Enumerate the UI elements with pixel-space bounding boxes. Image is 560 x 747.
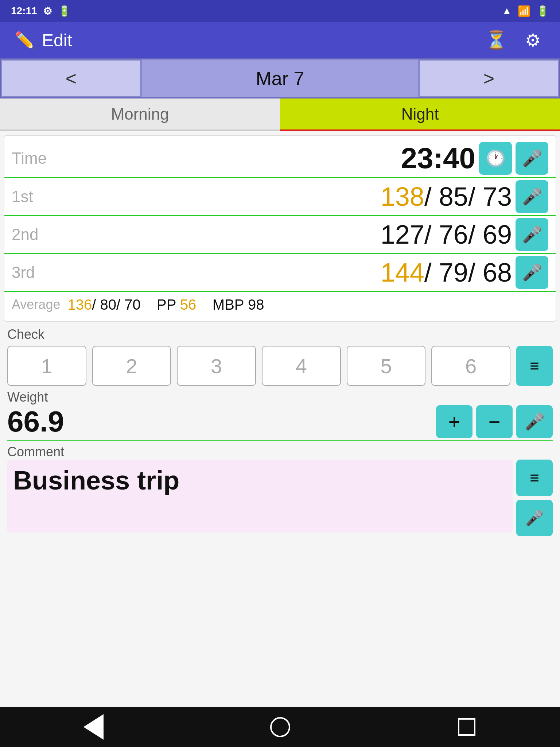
second-values: 127/ 76/ 69 [59, 220, 516, 249]
home-nav-button[interactable] [265, 712, 295, 742]
check-list-icon: ≡ [530, 357, 539, 375]
third-mic-icon: 🎤 [522, 263, 542, 282]
third-values: 144/ 79/ 68 [59, 258, 516, 287]
third-systolic: 144 [381, 258, 424, 287]
average-row: Average 136/ 80/ 70 PP 56 MBP 98 [4, 292, 556, 317]
check-btn-2[interactable]: 2 [92, 346, 171, 386]
check-btn-3[interactable]: 3 [177, 346, 256, 386]
first-label: 1st [12, 187, 59, 206]
recent-nav-icon [458, 718, 475, 736]
avg-systolic: 136 [67, 297, 92, 313]
weight-section: Weight 66.9 + − 🎤 [4, 390, 556, 441]
time-label: Time [12, 149, 401, 167]
header-edit-label: Edit [42, 30, 72, 50]
prev-date-button[interactable]: < [1, 59, 141, 97]
third-pulse: 68 [483, 258, 512, 287]
first-mic-icon: 🎤 [522, 187, 542, 206]
tab-morning[interactable]: Morning [0, 98, 280, 131]
third-label: 3rd [12, 263, 59, 282]
second-mic-button[interactable]: 🎤 [516, 218, 548, 251]
first-pulse: 73 [483, 182, 512, 211]
bp-card: Time 23:40 🕐 🎤 1st 138/ 85/ 73 🎤 2nd 127… [4, 135, 556, 322]
mbp-value: 98 [248, 297, 264, 313]
status-bar: 12:11 ⚙ 🔋 ▲ 📶 🔋 [0, 0, 560, 22]
tab-night[interactable]: Night [280, 98, 560, 131]
settings-button[interactable]: ⚙ [520, 27, 545, 53]
second-pulse: 69 [483, 220, 512, 249]
first-mic-button[interactable]: 🎤 [516, 180, 548, 213]
wifi-icon: ▲ [502, 5, 512, 17]
pp-label: PP [157, 297, 176, 313]
check-btn-1[interactable]: 1 [7, 346, 86, 386]
check-btn-5[interactable]: 5 [347, 346, 426, 386]
hourglass-button[interactable]: ⏳ [483, 27, 509, 53]
comment-label: Comment [7, 444, 553, 460]
weight-mic-icon: 🎤 [525, 412, 545, 431]
check-list-button[interactable]: ≡ [516, 346, 553, 386]
time-mic-icon: 🎤 [522, 149, 542, 168]
first-reading-row: 1st 138/ 85/ 73 🎤 [4, 178, 556, 216]
comment-buttons: ≡ 🎤 [516, 460, 553, 536]
home-nav-icon [270, 717, 290, 737]
status-time: 12:11 [11, 5, 37, 17]
average-values: 136/ 80/ 70 PP 56 MBP 98 [67, 297, 548, 313]
time-value: 23:40 [401, 142, 475, 175]
date-nav: < Mar 7 > [0, 58, 560, 98]
edit-icon: ✏️ [15, 31, 35, 50]
weight-row: 66.9 + − 🎤 [7, 405, 553, 441]
average-label: Average [12, 297, 60, 312]
back-nav-button[interactable] [79, 712, 108, 742]
third-diastolic: 79 [439, 258, 468, 287]
status-bar-right: ▲ 📶 🔋 [502, 5, 549, 17]
weight-plus-button[interactable]: + [436, 405, 472, 438]
check-buttons-row: 1 2 3 4 5 6 ≡ [7, 346, 553, 386]
comment-list-button[interactable]: ≡ [516, 460, 553, 496]
minus-icon: − [489, 410, 501, 434]
first-values: 138/ 85/ 73 [59, 182, 516, 212]
recent-nav-button[interactable] [452, 712, 481, 742]
second-mic-icon: 🎤 [522, 225, 542, 244]
app-header: ✏️ Edit ⏳ ⚙ [0, 22, 560, 58]
main-content: Time 23:40 🕐 🎤 1st 138/ 85/ 73 🎤 2nd 127… [0, 131, 560, 707]
comment-text[interactable]: Business trip [7, 460, 513, 533]
battery-status-icon: 🔋 [58, 5, 71, 17]
check-section: Check 1 2 3 4 5 6 ≡ [4, 325, 556, 386]
comment-list-icon: ≡ [530, 469, 539, 487]
third-mic-button[interactable]: 🎤 [516, 256, 548, 289]
status-bar-left: 12:11 ⚙ 🔋 [11, 5, 71, 17]
bottom-nav [0, 707, 560, 747]
weight-minus-button[interactable]: − [476, 405, 513, 438]
next-date-button[interactable]: > [419, 59, 559, 97]
second-reading-row: 2nd 127/ 76/ 69 🎤 [4, 216, 556, 254]
mbp-label: MBP [213, 297, 244, 313]
pp-value: 56 [180, 297, 197, 313]
first-diastolic: 85 [439, 182, 468, 211]
avg-pulse: 70 [124, 297, 141, 313]
clock-button[interactable]: 🕐 [479, 142, 512, 175]
signal-icon: 📶 [518, 5, 530, 17]
battery-icon: 🔋 [536, 5, 549, 17]
current-date: Mar 7 [141, 59, 419, 97]
second-systolic: 127 [381, 220, 424, 249]
time-mic-button[interactable]: 🎤 [516, 142, 548, 175]
comment-section: Comment Business trip ≡ 🎤 [4, 444, 556, 536]
tabs-row: Morning Night [0, 98, 560, 131]
avg-diastolic: 80 [100, 297, 116, 313]
third-reading-row: 3rd 144/ 79/ 68 🎤 [4, 254, 556, 292]
check-btn-6[interactable]: 6 [431, 346, 510, 386]
plus-icon: + [448, 410, 460, 434]
settings-status-icon: ⚙ [43, 5, 52, 17]
header-title-group: ✏️ Edit [15, 30, 72, 50]
time-row: Time 23:40 🕐 🎤 [4, 139, 556, 178]
check-btn-4[interactable]: 4 [262, 346, 341, 386]
comment-mic-icon: 🎤 [525, 510, 544, 527]
back-nav-icon [83, 714, 104, 740]
comment-row: Business trip ≡ 🎤 [7, 460, 553, 536]
clock-icon: 🕐 [486, 149, 506, 168]
check-label: Check [7, 325, 553, 344]
weight-mic-button[interactable]: 🎤 [516, 405, 553, 438]
weight-label: Weight [7, 390, 553, 405]
comment-mic-button[interactable]: 🎤 [516, 500, 553, 536]
second-label: 2nd [12, 225, 59, 244]
second-diastolic: 76 [439, 220, 468, 249]
